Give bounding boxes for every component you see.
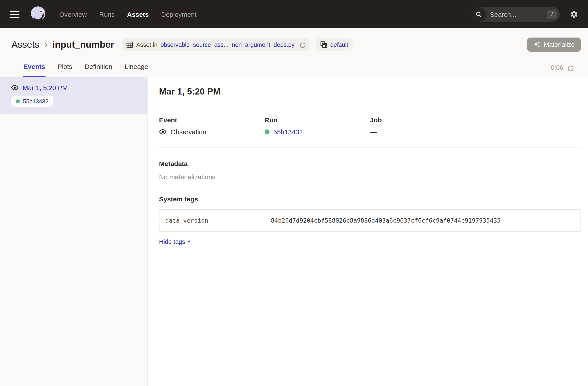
caret-up-icon: ▲ <box>187 239 191 243</box>
job-label: Job <box>370 116 476 124</box>
hide-tags-label: Hide tags <box>159 238 185 245</box>
nav-item-assets[interactable]: Assets <box>127 10 149 18</box>
tab-events[interactable]: Events <box>23 61 45 77</box>
asset-chips: Asset in observable_source_ass..._non_ar… <box>122 39 353 51</box>
event-list-sidebar: Mar 1, 5:20 PM 55b13432 <box>0 77 147 386</box>
dagster-logo-icon[interactable] <box>28 4 48 24</box>
event-detail-title: Mar 1, 5:20 PM <box>159 87 581 97</box>
run-label: Run <box>265 116 370 124</box>
refresh-timer: 0:06 <box>551 64 563 71</box>
event-type-value: Observation <box>170 128 206 136</box>
tab-lineage[interactable]: Lineage <box>124 61 149 77</box>
run-id-link[interactable]: 55b13432 <box>273 128 303 136</box>
event-list-item[interactable]: Mar 1, 5:20 PM 55b13432 <box>0 77 147 114</box>
materialize-button[interactable]: Materialize <box>527 38 581 52</box>
tab-definition[interactable]: Definition <box>84 61 113 77</box>
reload-icon[interactable] <box>299 41 305 48</box>
eye-icon <box>11 84 19 91</box>
metadata-empty-text: No materializations <box>159 173 581 181</box>
metadata-heading: Metadata <box>159 160 581 167</box>
nav-item-runs[interactable]: Runs <box>99 10 115 18</box>
search-shortcut-badge: / <box>547 9 557 19</box>
tab-plots[interactable]: Plots <box>57 61 73 77</box>
gear-icon[interactable] <box>570 10 578 18</box>
run-id-label: 55b13432 <box>23 98 49 105</box>
system-tags-table: data_version 84b26d7d9204cbf588026c8a988… <box>159 209 581 232</box>
eye-icon <box>159 128 167 136</box>
search-icon <box>471 7 486 21</box>
hamburger-icon[interactable] <box>10 10 20 18</box>
content-area: Mar 1, 5:20 PM 55b13432 Mar 1, 5:20 PM E… <box>0 77 588 386</box>
refresh-area: 0:06 <box>551 64 574 77</box>
breadcrumb: Assets › input_number Asset in observabl… <box>11 34 581 55</box>
breadcrumb-assets-link[interactable]: Assets <box>11 39 39 50</box>
nav-item-overview[interactable]: Overview <box>59 10 87 18</box>
run-status-dot <box>265 129 270 134</box>
system-tags-heading: System tags <box>159 195 581 203</box>
divider <box>159 147 581 148</box>
table-grid-icon <box>126 41 133 48</box>
topnav-right: Search... / <box>471 7 578 21</box>
page-title: input_number <box>52 39 114 50</box>
table-row: data_version 84b26d7d9204cbf588026c8a988… <box>159 210 581 231</box>
asset-group-icon <box>320 41 327 48</box>
refresh-icon[interactable] <box>567 64 574 71</box>
event-detail-panel: Mar 1, 5:20 PM Event Observation Run <box>147 77 588 386</box>
search-placeholder: Search... <box>490 10 547 18</box>
page-header: Assets › input_number Asset in observabl… <box>0 28 588 77</box>
divider <box>159 108 581 108</box>
tag-value-cell: 84b26d7d9204cbf588026c8a9886d403a6c9637c… <box>265 210 581 231</box>
job-column: Job — <box>370 116 476 136</box>
search-input[interactable]: Search... / <box>471 7 560 21</box>
tag-key-cell: data_version <box>159 210 265 231</box>
run-column: Run 55b13432 <box>265 116 370 136</box>
hide-tags-link[interactable]: Hide tags ▲ <box>159 238 191 245</box>
run-id-chip[interactable]: 55b13432 <box>11 96 53 107</box>
top-nav: Overview Runs Assets Deployment Search..… <box>0 0 588 28</box>
event-column: Event Observation <box>159 116 265 136</box>
nav-item-deployment[interactable]: Deployment <box>161 10 197 18</box>
group-chip: default <box>316 39 353 51</box>
event-timestamp-link[interactable]: Mar 1, 5:20 PM <box>22 84 68 91</box>
event-summary-grid: Event Observation Run 55b13432 <box>159 116 581 136</box>
sparkles-icon <box>533 41 540 48</box>
chevron-right-icon: › <box>44 40 47 49</box>
job-empty-value: — <box>370 128 377 136</box>
asset-location-chip: Asset in observable_source_ass..._non_ar… <box>122 39 310 51</box>
event-label: Event <box>159 116 265 124</box>
materialize-label: Materialize <box>544 41 575 48</box>
tab-bar: Events Plots Definition Lineage 0:06 <box>11 61 581 77</box>
group-default-link[interactable]: default <box>330 41 348 48</box>
spacer-column <box>476 116 581 136</box>
main-nav: Overview Runs Assets Deployment <box>59 10 197 18</box>
asset-location-prefix: Asset in <box>136 41 157 48</box>
run-status-dot <box>16 99 20 103</box>
asset-definition-link[interactable]: observable_source_ass..._non_argument_de… <box>161 41 294 48</box>
